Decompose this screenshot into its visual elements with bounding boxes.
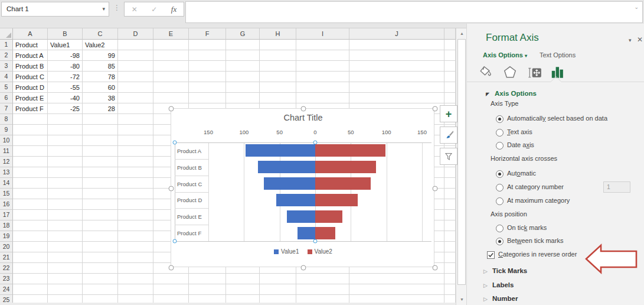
tab-axis-options[interactable]: Axis Options ▾ xyxy=(483,51,527,59)
cell-value1[interactable]: -98 xyxy=(50,50,80,61)
axis-tick-label[interactable]: 100 xyxy=(382,129,391,135)
row-header-19[interactable]: 19 xyxy=(0,231,13,242)
chart-resize-handle[interactable] xyxy=(169,106,174,112)
bar-value1[interactable] xyxy=(287,210,315,223)
row-header-8[interactable]: 8 xyxy=(0,114,13,125)
bar-value2[interactable] xyxy=(315,227,335,239)
cell-value2[interactable]: 99 xyxy=(85,50,115,61)
formula-bar-expand-icon[interactable]: ⌄ xyxy=(634,4,639,10)
row-header-15[interactable]: 15 xyxy=(0,189,13,199)
row-header-10[interactable]: 10 xyxy=(0,135,13,146)
cell-product[interactable]: Product C xyxy=(15,72,45,82)
row-header-14[interactable]: 14 xyxy=(0,178,13,189)
tab-text-options[interactable]: Text Options xyxy=(540,51,576,59)
chart-title[interactable]: Chart Title xyxy=(171,113,435,122)
category-label[interactable]: Product F xyxy=(177,230,201,236)
row-header-5[interactable]: 5 xyxy=(0,82,13,93)
row-header-24[interactable]: 24 xyxy=(0,284,13,295)
radio-label[interactable]: Text axis xyxy=(507,128,532,135)
cell-a1[interactable]: Product xyxy=(15,40,45,50)
section-expanded-icon[interactable]: ◤ xyxy=(486,92,489,97)
column-header-h[interactable]: H xyxy=(260,28,296,40)
bar-value2[interactable] xyxy=(315,210,342,223)
cell-product[interactable]: Product E xyxy=(15,93,45,103)
cell-value1[interactable]: -55 xyxy=(50,82,80,93)
bar-value2[interactable] xyxy=(315,144,385,157)
insert-function-icon[interactable]: fx xyxy=(171,5,176,14)
column-header-b[interactable]: B xyxy=(48,28,83,40)
radio-label[interactable]: Date axis xyxy=(507,141,534,148)
cell-value1[interactable]: -40 xyxy=(50,93,80,103)
select-all-corner[interactable] xyxy=(0,28,13,40)
radio-at-maximum-category[interactable] xyxy=(496,197,504,205)
bar-value1[interactable] xyxy=(264,177,315,190)
radio-date-axis[interactable] xyxy=(496,142,504,150)
cell-value2[interactable]: 28 xyxy=(85,103,115,114)
column-header-i[interactable]: I xyxy=(296,28,349,40)
bar-value1[interactable] xyxy=(258,161,315,173)
row-header-13[interactable]: 13 xyxy=(0,167,13,178)
chart-resize-handle[interactable] xyxy=(433,106,438,112)
axis-tick-label[interactable]: 150 xyxy=(417,129,427,135)
axis-tick-label[interactable]: 50 xyxy=(276,129,283,135)
radio-automatically-select-based-on-data[interactable] xyxy=(496,115,504,123)
cell-value1[interactable]: -25 xyxy=(50,103,80,114)
axis-tick-label[interactable]: 150 xyxy=(204,129,213,135)
axis-selection-handle[interactable] xyxy=(313,239,318,244)
chart-resize-handle[interactable] xyxy=(433,186,438,191)
row-header-17[interactable]: 17 xyxy=(0,210,13,220)
radio-on-tick-marks[interactable] xyxy=(496,225,504,232)
bar-value2[interactable] xyxy=(315,177,371,190)
row-header-22[interactable]: 22 xyxy=(0,263,13,274)
chart-resize-handle[interactable] xyxy=(169,265,174,271)
cell-product[interactable]: Product A xyxy=(15,50,45,61)
name-box-resize-handle[interactable]: ⋮ xyxy=(113,4,120,12)
chart-resize-handle[interactable] xyxy=(300,106,306,112)
radio-label[interactable]: Automatically select based on data xyxy=(507,115,607,122)
horizontal-scrollbar[interactable] xyxy=(0,303,456,305)
formula-bar-input[interactable]: ⌄ xyxy=(185,1,643,23)
cell-value1[interactable]: -72 xyxy=(50,72,80,82)
radio-label[interactable]: On tick marks xyxy=(507,224,547,231)
radio-label[interactable]: Automatic xyxy=(507,170,536,177)
column-header-g[interactable]: G xyxy=(226,28,260,40)
row-header-9[interactable]: 9 xyxy=(0,125,13,135)
checkbox-categories-in-reverse-order[interactable] xyxy=(487,251,495,259)
row-header-23[interactable]: 23 xyxy=(0,274,13,284)
cell-value2[interactable]: 85 xyxy=(85,61,115,72)
row-header-18[interactable]: 18 xyxy=(0,220,13,231)
section-header-tick-marks[interactable]: Tick Marks xyxy=(492,267,527,274)
axis-tick-label[interactable]: 0 xyxy=(313,129,316,135)
row-header-21[interactable]: 21 xyxy=(0,252,13,263)
category-label[interactable]: Product A xyxy=(177,147,201,154)
cell-value1[interactable]: -80 xyxy=(50,61,80,72)
axis-tick-label[interactable]: 100 xyxy=(239,129,249,135)
radio-text-axis[interactable] xyxy=(496,129,504,137)
radio-between-tick-marks[interactable] xyxy=(496,238,504,245)
row-header-4[interactable]: 4 xyxy=(0,72,13,82)
radio-label[interactable]: At maximum category xyxy=(507,197,570,204)
cell-value2[interactable]: 60 xyxy=(85,82,115,93)
column-header-f[interactable]: F xyxy=(189,28,226,40)
chart-styles-button[interactable] xyxy=(440,126,457,144)
row-header-2[interactable]: 2 xyxy=(0,50,13,61)
bar-value2[interactable] xyxy=(315,161,376,173)
section-header-axis-options[interactable]: Axis Options xyxy=(495,90,537,97)
name-box-dropdown-icon[interactable]: ▾ xyxy=(102,2,105,16)
cell-product[interactable]: Product B xyxy=(15,61,45,72)
cell-value2[interactable]: 78 xyxy=(85,72,115,82)
section-collapsed-icon[interactable]: ▷ xyxy=(483,296,488,302)
column-header-e[interactable]: E xyxy=(153,28,189,40)
cell-c1[interactable]: Value2 xyxy=(85,40,115,50)
pane-options-icon[interactable]: ▾ xyxy=(629,37,632,43)
column-header-j[interactable]: J xyxy=(349,28,444,40)
close-icon[interactable]: ✕ xyxy=(637,35,643,44)
cell-b1[interactable]: Value1 xyxy=(50,40,80,50)
row-header-11[interactable]: 11 xyxy=(0,146,13,157)
chart-elements-button[interactable]: + xyxy=(440,105,457,122)
cancel-icon[interactable]: ✕ xyxy=(132,5,138,14)
chart-resize-handle[interactable] xyxy=(169,186,174,191)
scroll-down-icon[interactable]: ▼ xyxy=(457,294,467,305)
section-header-number[interactable]: Number xyxy=(492,295,518,302)
radio-automatic[interactable] xyxy=(496,170,504,178)
